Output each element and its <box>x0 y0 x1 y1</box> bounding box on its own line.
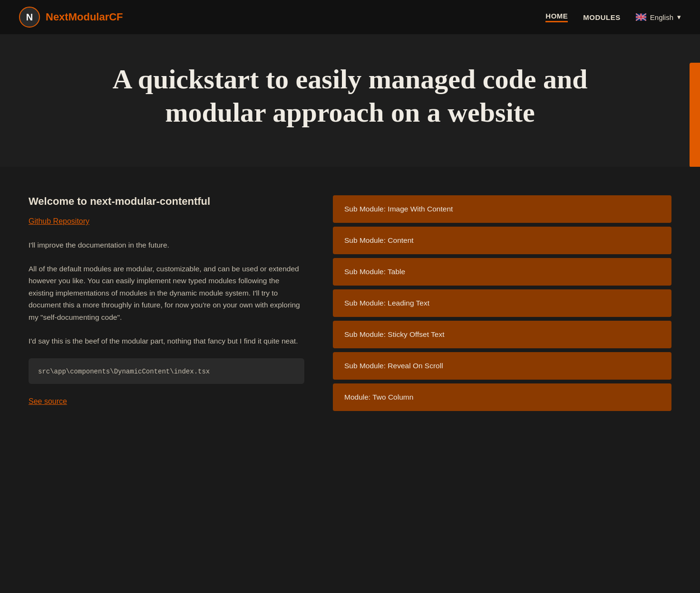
doc-text-3: I'd say this is the beef of the modular … <box>29 335 304 347</box>
logo-letter: N <box>26 12 33 23</box>
hero-section: A quickstart to easily managed code and … <box>0 34 700 167</box>
accent-bar <box>690 63 700 167</box>
module-card-label: Sub Module: Sticky Offset Text <box>344 330 445 338</box>
code-path: src\app\components\DynamicContent\index.… <box>38 368 210 375</box>
module-cards-list: Sub Module: Image With ContentSub Module… <box>333 195 671 411</box>
nav-modules-link[interactable]: MODULES <box>583 13 621 21</box>
language-label: English <box>650 13 673 21</box>
module-card-sub-image-with-content[interactable]: Sub Module: Image With Content <box>333 195 671 223</box>
code-box: src\app\components\DynamicContent\index.… <box>29 358 304 384</box>
chevron-down-icon: ▾ <box>677 13 681 21</box>
module-card-sub-content[interactable]: Sub Module: Content <box>333 227 671 254</box>
module-card-label: Sub Module: Table <box>344 268 405 276</box>
module-card-sub-table[interactable]: Sub Module: Table <box>333 258 671 286</box>
module-card-sub-sticky-offset-text[interactable]: Sub Module: Sticky Offset Text <box>333 321 671 348</box>
github-link[interactable]: Github Repository <box>29 217 89 226</box>
flag-icon <box>636 13 646 21</box>
right-column: Sub Module: Image With ContentSub Module… <box>333 195 671 411</box>
nav-links: HOME MODULES English ▾ <box>545 12 681 22</box>
module-card-sub-leading-text[interactable]: Sub Module: Leading Text <box>333 289 671 317</box>
logo-circle: N <box>19 7 40 28</box>
module-card-label: Module: Two Column <box>344 393 413 401</box>
module-card-label: Sub Module: Content <box>344 236 414 244</box>
welcome-heading: Welcome to next-modular-contentful <box>29 195 304 208</box>
module-card-label: Sub Module: Leading Text <box>344 299 429 307</box>
navbar: N NextModularCF HOME MODULES English ▾ <box>0 0 700 34</box>
hero-heading: A quickstart to easily managed code and … <box>88 63 612 129</box>
main-content: Welcome to next-modular-contentful Githu… <box>0 167 700 449</box>
doc-text-1: I'll improve the documentation in the fu… <box>29 239 304 251</box>
language-selector[interactable]: English ▾ <box>636 13 681 21</box>
logo-text: NextModularCF <box>46 11 123 23</box>
doc-text-2: All of the default modules are modular, … <box>29 263 304 324</box>
module-card-label: Sub Module: Image With Content <box>344 205 453 213</box>
module-card-label: Sub Module: Reveal On Scroll <box>344 362 443 370</box>
left-column: Welcome to next-modular-contentful Githu… <box>29 195 304 406</box>
module-card-sub-reveal-on-scroll[interactable]: Sub Module: Reveal On Scroll <box>333 352 671 380</box>
module-card-module-two-column[interactable]: Module: Two Column <box>333 383 671 411</box>
nav-home-link[interactable]: HOME <box>545 12 568 22</box>
logo-link[interactable]: N NextModularCF <box>19 7 123 28</box>
see-source-link[interactable]: See source <box>29 397 67 406</box>
